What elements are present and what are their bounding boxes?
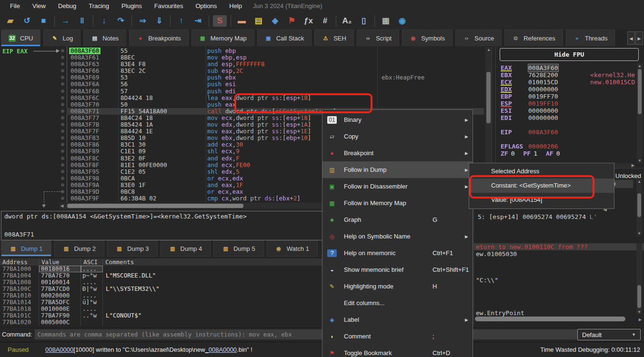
tab-cpu[interactable]: 32CPU [1, 30, 40, 46]
tab-watch-1[interactable]: ◉Watch 1 [267, 240, 318, 257]
run-icon[interactable]: → [59, 15, 72, 27]
tab-symbols[interactable]: ◉Symbols [402, 30, 453, 46]
context-menu-item-follow-in-disassembler[interactable]: ▣Follow in Disassembler▶ [322, 178, 473, 195]
step-over-icon[interactable]: ↷ [114, 15, 128, 27]
args-vscrollbar[interactable]: ▲ ▼ [636, 179, 642, 236]
breakpoint-dot-icon[interactable] [61, 109, 64, 113]
stop-icon[interactable]: ■ [37, 15, 50, 27]
scroll-up-icon[interactable]: ▲ [637, 179, 641, 184]
font-icon[interactable]: A₂ [340, 15, 354, 27]
register-row[interactable]: ESP0019FF10 [501, 100, 637, 107]
register-row[interactable]: EDI00000000 [501, 114, 637, 121]
menu-view[interactable]: View [26, 2, 52, 10]
context-menu-item-comment[interactable]: ◗Comment; [322, 328, 473, 345]
scroll-left-icon[interactable]: ◀ [60, 204, 63, 208]
tab-notes[interactable]: ▤Notes [83, 30, 126, 46]
context-menu-item-copy[interactable]: ▱Copy▶ [322, 128, 473, 145]
args-vscroll-thumb[interactable] [637, 193, 641, 217]
context-menu-item-graph[interactable]: ♣GraphG [322, 211, 473, 228]
disassembly-row[interactable]: 008A3F6C8D4424 18lea eax,dword ptr ss:[e… [0, 95, 484, 101]
tab-references[interactable]: ⊙References [504, 30, 563, 46]
scroll-up-icon[interactable]: ▲ [638, 64, 642, 68]
breakpoint-dot-icon[interactable] [61, 163, 64, 167]
submenu-item-constant-getsystemtime[interactable]: Constant: <GetSystemTime> [469, 178, 614, 193]
scroll-right-icon[interactable]: ▶ [632, 163, 634, 168]
register-row[interactable]: EBX7628E200<kernel32.He [501, 71, 637, 79]
command-input[interactable] [35, 329, 582, 339]
tab-breakpoints[interactable]: ●Breakpoints [129, 30, 189, 46]
menu-debug[interactable]: Debug [52, 2, 82, 10]
stack-hscrollbar[interactable] [475, 316, 626, 322]
register-row[interactable]: ECX010015CDnew.010015CD [501, 79, 637, 86]
stack-row[interactable]: "C:\\" [474, 277, 498, 284]
bookmarks-icon[interactable]: ⚑ [285, 15, 299, 27]
patches-icon[interactable]: ▬ [235, 15, 249, 27]
address-link[interactable]: 008A0000 [45, 346, 73, 353]
tab-dump-5[interactable]: ▥Dump 5 [213, 240, 264, 257]
register-row[interactable]: EBP0019FF70 [501, 93, 637, 100]
tab-threads[interactable]: »Threads [566, 30, 615, 46]
menu-options[interactable]: Options [189, 2, 223, 10]
context-menu-item-label[interactable]: ◈Label▶ [322, 311, 473, 328]
hash-icon[interactable]: # [318, 15, 332, 27]
scroll-down-icon[interactable]: ▼ [638, 159, 642, 163]
animate-into-icon[interactable]: ⇒ [136, 15, 150, 27]
tab-dump-1[interactable]: ▥Dump 1 [1, 240, 51, 257]
menu-help[interactable]: Help [223, 2, 248, 10]
scroll-down-icon[interactable]: ▼ [637, 231, 641, 236]
pause-icon[interactable]: ‖ [75, 15, 89, 27]
preferences-icon[interactable]: ◉ [395, 15, 409, 27]
disasm-hscroll-thumb[interactable] [67, 204, 243, 208]
context-menu-item-show-mnemonic-brief[interactable]: ◒Show mnemonic briefCtrl+Shift+F1 [322, 261, 473, 278]
disassembly-row[interactable]: 008A3F6683EC 2Csub esp,2C [0, 68, 484, 74]
disassembly-row[interactable]: 008A3F6383E4 F8and esp,FFFFFFF8 [0, 61, 484, 68]
register-row[interactable]: EFLAGS00000206 [501, 143, 637, 150]
register-row[interactable]: ESI00000000 [501, 107, 637, 114]
disassembly-row[interactable]: 008A3F6B57push edi [0, 88, 484, 95]
run-to-user-code-icon[interactable]: ⇥ [191, 15, 205, 27]
column-header-address[interactable]: Address [0, 258, 39, 266]
column-header-asci[interactable]: ASCI [81, 258, 103, 266]
tab-dump-4[interactable]: ▥Dump 4 [161, 240, 211, 257]
tab-seh[interactable]: ⚠SEH [314, 30, 354, 46]
tab-log[interactable]: ✎Log [43, 30, 80, 46]
register-row[interactable]: EIP008A3F60 [501, 129, 637, 136]
restart-icon[interactable]: ↺ [20, 15, 34, 27]
menu-file[interactable]: File [4, 2, 26, 10]
stack-row[interactable]: ew.01005030 [474, 250, 517, 258]
context-menu-item-edit-columns[interactable]: Edit columns... [322, 295, 473, 311]
seh-chain-icon[interactable]: S [213, 15, 227, 27]
breakpoint-dot-icon[interactable] [61, 96, 64, 99]
submenu-item-selected-address[interactable]: Selected Address [469, 164, 614, 178]
comments-icon[interactable]: ▤ [252, 15, 265, 27]
disasm-vscroll-thumb[interactable] [486, 72, 491, 123]
tab-dump-2[interactable]: ▥Dump 2 [54, 240, 105, 257]
breakpoint-dot-icon[interactable] [61, 157, 64, 160]
context-menu-item-toggle-bookmark[interactable]: ⚑Toggle BookmarkCtrl+D [322, 345, 473, 357]
step-into-source-icon[interactable]: ⇓ [152, 15, 166, 27]
calculator-icon[interactable]: ▦ [379, 15, 392, 27]
breakpoint-dot-icon[interactable] [61, 170, 64, 173]
stack-row[interactable]: eturn to new.0100110C from ??? [474, 243, 644, 250]
breakpoint-dot-icon[interactable] [61, 183, 64, 187]
context-menu-item-help-on-mnemonic[interactable]: ?Help on mnemonicCtrl+F1 [322, 245, 473, 261]
register-row[interactable]: EDX00000000 [501, 86, 637, 93]
tab-scroll-right-button[interactable]: ▶ [635, 31, 643, 45]
menu-plugins[interactable]: Plugins [115, 2, 148, 10]
breakpoint-dot-icon[interactable] [61, 103, 64, 106]
breakpoint-dot-icon[interactable] [61, 123, 64, 126]
context-menu-item-binary[interactable]: 01Binary▶ [322, 111, 473, 128]
disassembly-row[interactable]: 008A3F618BECmov ebp,esp [0, 54, 484, 61]
context-menu-item-follow-in-memory-map[interactable]: ▦Follow in Memory Map [322, 195, 473, 211]
step-into-icon[interactable]: ↓ [97, 15, 111, 27]
scroll-right-icon[interactable]: ▶ [639, 317, 642, 322]
column-header-value[interactable]: Value [39, 258, 81, 266]
register-row[interactable]: ZF0PF1AF0 [501, 150, 637, 157]
tab-scroll-left-button[interactable]: ◀ [627, 31, 635, 45]
disassembly-row[interactable]: 008A3F6953push ebxebx:HeapFree [0, 74, 484, 81]
registers-vscroll-thumb[interactable] [638, 69, 642, 114]
breakpoint-dot-icon[interactable] [61, 89, 64, 93]
breakpoint-dot-icon[interactable] [61, 49, 64, 52]
tab-dump-3[interactable]: ▥Dump 3 [107, 240, 158, 257]
tab-source[interactable]: ‹›Source [455, 30, 502, 46]
